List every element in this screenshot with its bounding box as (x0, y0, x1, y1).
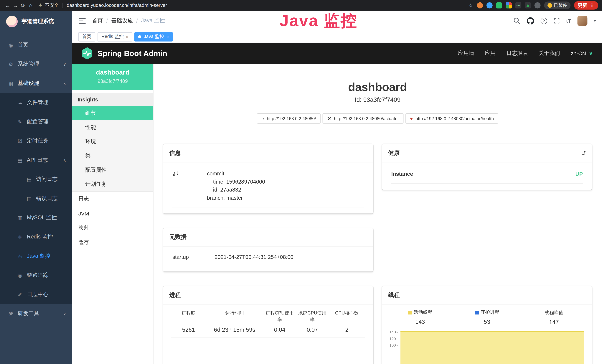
browser-home-icon[interactable]: ⌂ (27, 2, 34, 8)
sba-nav-journal[interactable]: 日志报表 (506, 50, 528, 57)
service-url-button[interactable]: ⌂ http://192.168.0.2:48080/ (257, 113, 321, 124)
sidebar-item-access-logs[interactable]: ▤ 访问日志 (0, 170, 72, 189)
sidebar-item-redis-monitor[interactable]: ❖ Redis 监控 (0, 227, 72, 247)
sba-nav-applications[interactable]: 应用 (485, 50, 495, 57)
tab-java-monitor[interactable]: Java 监控 × (135, 32, 172, 41)
instance-nav-performance[interactable]: 性能 (72, 120, 153, 134)
instance-header[interactable]: dashboard 93a3fc7f7409 (72, 64, 153, 90)
breadcrumb-home[interactable]: 首页 (92, 17, 103, 24)
history-icon[interactable]: ↺ (581, 150, 586, 157)
forward-icon[interactable]: → (11, 2, 19, 8)
info-card-title: 信息 (169, 150, 181, 157)
tab-label: Java 监控 (144, 33, 164, 40)
sidebar-item-scheduled-jobs[interactable]: ☑ 定时任务 (0, 131, 72, 150)
update-button[interactable]: 更新 ⋮ (574, 1, 598, 10)
extension-icon-3[interactable] (496, 2, 502, 8)
github-icon[interactable] (527, 17, 534, 24)
tab-label: 首页 (82, 33, 91, 40)
sidebar-item-system-management[interactable]: ⚙ 系统管理 ∨ (0, 54, 72, 74)
locale-selector[interactable]: zh-CN ∨ (571, 50, 593, 56)
extension-icon-6[interactable] (525, 2, 531, 8)
extension-icon-5[interactable]: on (515, 2, 521, 8)
fullscreen-icon[interactable] (553, 18, 559, 24)
close-icon[interactable]: × (126, 34, 128, 39)
tab-home[interactable]: 首页 (78, 32, 95, 41)
sba-brand[interactable]: Spring Boot Admin (81, 47, 167, 60)
instance-nav-scheduled-tasks[interactable]: 计划任务 (72, 177, 153, 191)
instance-nav-classes[interactable]: 类 (72, 149, 153, 163)
extension-paused-badge[interactable]: 已暂停 (544, 1, 570, 9)
help-icon[interactable]: ? (540, 17, 547, 24)
daemon-threads-swatch (475, 310, 479, 314)
caret-down-icon[interactable]: ▾ (594, 19, 596, 23)
extension-icon-2[interactable] (486, 2, 493, 8)
edit-icon: ✎ (17, 119, 23, 125)
sidebar-item-home[interactable]: ◉ 首页 (0, 35, 72, 55)
chevron-up-icon: ∧ (63, 158, 66, 162)
smiley-icon (547, 3, 552, 8)
insights-group: 细节 性能 环境 类 配置属性 计划任务 (72, 106, 153, 192)
sidebar-item-api-logs[interactable]: ▤ API 日志 ∧ (0, 150, 72, 170)
info-row: git commit: time: 1596289704000 id: 27aa… (172, 165, 364, 207)
cards-grid: 信息 git commit: time: 1596289704000 id: 2… (163, 144, 592, 364)
app-logo-area[interactable]: 芋道管理系统 (0, 11, 72, 32)
sidebar-item-label: 系统管理 (18, 61, 39, 67)
reload-icon[interactable]: ⟳ (19, 2, 27, 8)
instance-nav-details[interactable]: 细节 (72, 106, 153, 120)
sba-nav-wallboard[interactable]: 应用墙 (458, 50, 474, 57)
hamburger-icon[interactable] (78, 18, 86, 24)
search-icon[interactable] (513, 17, 520, 24)
process-table-header: 进程ID 运行时间 进程CPU使用率 系统CPU使用率 CPU核心数 (171, 310, 365, 323)
health-url-button[interactable]: ♥ http://192.168.0.2:48080/actuator/heal… (406, 113, 498, 124)
instance-nav-mappings[interactable]: 映射 (72, 221, 153, 236)
close-icon[interactable]: × (166, 34, 169, 39)
sidebar-item-file-management[interactable]: ☁ 文件管理 (0, 93, 72, 112)
sidebar-item-label: 文件管理 (27, 99, 48, 106)
extension-icon-7[interactable] (534, 2, 540, 8)
health-instance-label: Instance (391, 171, 413, 177)
extension-icon-1[interactable] (477, 2, 483, 8)
sba-nav-about[interactable]: 关于我们 (538, 50, 560, 57)
legend-active-threads: 活动线程 143 (387, 309, 453, 325)
instance-nav-environment[interactable]: 环境 (72, 134, 153, 149)
bookmark-star-icon[interactable]: ☆ (468, 2, 473, 8)
sidebar-item-label: 日志中心 (27, 291, 48, 298)
sidebar-item-label: 首页 (18, 42, 28, 48)
font-size-icon[interactable]: tT (566, 18, 571, 23)
address-bar[interactable]: ⚠ 不安全 dashboard.yudao.iocoder.cn/infra/a… (38, 2, 468, 9)
instance-nav-caches[interactable]: 缓存 (72, 235, 153, 250)
tab-redis-monitor[interactable]: Redis 监控 × (97, 32, 132, 41)
sba-nav-links: 应用墙 应用 日志报表 关于我们 zh-CN ∨ (458, 50, 593, 57)
user-avatar[interactable] (577, 16, 587, 26)
sidebar-item-config-management[interactable]: ✎ 配置管理 (0, 112, 72, 131)
actuator-url-button[interactable]: ⚒ http://192.168.0.2:48080/actuator (322, 113, 403, 124)
java-monitor-icon: ☕ (17, 253, 23, 259)
sidebar-item-java-monitor[interactable]: ☕ Java 监控 (0, 246, 72, 266)
chevron-down-icon: ∨ (63, 311, 66, 316)
sidebar-item-dev-tools[interactable]: ⚒ 研发工具 ∨ (0, 304, 72, 323)
sidebar-item-label: 链路追踪 (27, 272, 48, 279)
info-card: 信息 git commit: time: 1596289704000 id: 2… (163, 144, 373, 214)
paused-label: 已暂停 (554, 2, 567, 8)
sidebar-item-label: MySQL 监控 (27, 214, 57, 221)
extension-icon-4[interactable] (505, 2, 512, 8)
chevron-down-icon: ∨ (63, 62, 66, 66)
metadata-row-value: 2021-04-27T00:44:31.254+08:00 (215, 254, 293, 260)
sidebar-item-log-center[interactable]: ✐ 日志中心 (0, 285, 72, 304)
sidebar-item-error-logs[interactable]: ▧ 错误日志 (0, 189, 72, 208)
app-menu: ◉ 首页 ⚙ 系统管理 ∨ ▦ 基础设施 ∧ ☁ 文件管理 (0, 32, 72, 364)
threads-chart-plot (400, 330, 587, 364)
instance-nav-logs[interactable]: 日志 (72, 192, 153, 206)
back-icon[interactable]: ← (4, 2, 11, 8)
instance-nav-jvm[interactable]: JVM (72, 206, 153, 221)
sidebar-item-mysql-monitor[interactable]: ▥ MySQL 监控 (0, 208, 72, 227)
breadcrumb-infrastructure[interactable]: 基础设施 (111, 17, 133, 24)
daemon-threads-value: 53 (453, 318, 520, 325)
sidebar-item-trace[interactable]: ◎ 链路追踪 (0, 266, 72, 285)
sidebar-item-label: Java 监控 (27, 253, 50, 260)
instance-nav-config-props[interactable]: 配置属性 (72, 163, 153, 177)
sidebar-item-infrastructure[interactable]: ▦ 基础设施 ∧ (0, 74, 72, 93)
col-pid: 进程ID (171, 310, 206, 323)
sidebar-item-label: Redis 监控 (27, 234, 53, 240)
update-label: 更新 (578, 2, 587, 9)
